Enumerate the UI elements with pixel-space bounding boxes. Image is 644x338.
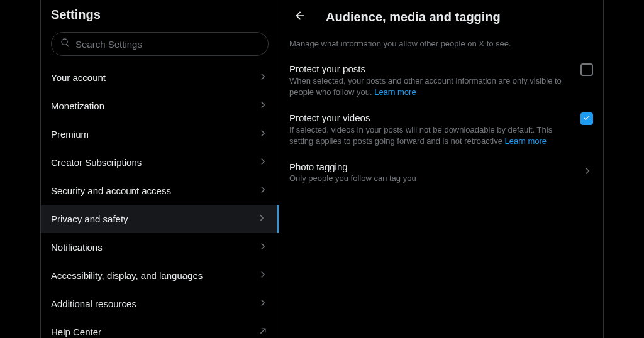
setting-description: When selected, your posts and other acco… xyxy=(289,75,573,97)
setting-protect-posts: Protect your posts When selected, your p… xyxy=(279,56,603,105)
sidebar-item-label: Creator Subscriptions xyxy=(51,157,142,168)
search-input[interactable] xyxy=(75,39,259,50)
sidebar-item-your-account[interactable]: Your account xyxy=(41,63,279,92)
settings-title: Settings xyxy=(51,8,269,22)
protect-videos-checkbox[interactable] xyxy=(580,112,593,125)
chevron-right-icon xyxy=(256,212,267,226)
chevron-right-icon xyxy=(257,156,269,169)
chevron-right-icon xyxy=(257,241,269,254)
external-link-icon xyxy=(257,325,269,338)
check-icon xyxy=(582,113,591,124)
detail-header: Audience, media and tagging xyxy=(279,0,603,34)
sidebar-header: Settings xyxy=(41,0,279,27)
setting-protect-videos: Protect your videos If selected, videos … xyxy=(279,105,603,154)
setting-photo-tagging[interactable]: Photo tagging Only people you follow can… xyxy=(279,154,603,190)
sidebar-item-label: Accessibility, display, and languages xyxy=(51,270,203,281)
sidebar-item-monetization[interactable]: Monetization xyxy=(41,92,279,120)
setting-description: Only people you follow can tag you xyxy=(289,173,416,183)
chevron-right-icon xyxy=(257,128,269,141)
sidebar-item-accessibility[interactable]: Accessibility, display, and languages xyxy=(41,261,279,290)
sidebar-item-label: Notifications xyxy=(51,242,103,253)
settings-sidebar: Settings Your account Monetization Premi… xyxy=(40,0,279,338)
left-gutter xyxy=(0,0,40,338)
sidebar-item-label: Premium xyxy=(51,129,89,139)
right-gutter xyxy=(604,0,644,338)
chevron-right-icon xyxy=(257,269,269,282)
sidebar-item-notifications[interactable]: Notifications xyxy=(41,233,279,261)
protect-posts-checkbox[interactable] xyxy=(580,63,593,76)
detail-title: Audience, media and tagging xyxy=(326,10,501,25)
sidebar-item-security-access[interactable]: Security and account access xyxy=(41,177,279,205)
chevron-right-icon xyxy=(257,99,269,112)
search-wrap xyxy=(41,27,279,63)
learn-more-link[interactable]: Learn more xyxy=(374,87,416,97)
sidebar-item-label: Monetization xyxy=(51,101,104,111)
search-icon xyxy=(60,38,75,50)
sidebar-item-label: Additional resources xyxy=(51,298,136,309)
sidebar-item-label: Your account xyxy=(51,72,106,83)
sidebar-item-premium[interactable]: Premium xyxy=(41,120,279,148)
setting-title: Protect your posts xyxy=(289,63,573,74)
sidebar-item-help-center[interactable]: Help Center xyxy=(41,318,279,338)
chevron-right-icon xyxy=(257,297,269,310)
sidebar-item-additional-resources[interactable]: Additional resources xyxy=(41,290,279,318)
setting-title: Protect your videos xyxy=(289,112,573,123)
sidebar-item-creator-subscriptions[interactable]: Creator Subscriptions xyxy=(41,148,279,177)
chevron-right-icon xyxy=(582,165,593,179)
arrow-left-icon xyxy=(294,9,306,25)
setting-title: Photo tagging xyxy=(289,161,416,172)
sidebar-item-label: Privacy and safety xyxy=(51,214,128,224)
sidebar-item-label: Help Center xyxy=(51,327,101,337)
detail-description: Manage what information you allow other … xyxy=(279,34,603,56)
learn-more-link[interactable]: Learn more xyxy=(505,136,547,146)
sidebar-item-label: Security and account access xyxy=(51,185,171,196)
detail-panel: Audience, media and tagging Manage what … xyxy=(279,0,604,338)
chevron-right-icon xyxy=(257,71,269,84)
sidebar-item-privacy-safety[interactable]: Privacy and safety xyxy=(41,205,279,233)
chevron-right-icon xyxy=(257,184,269,197)
back-button[interactable] xyxy=(289,6,311,28)
setting-description: If selected, videos in your posts will n… xyxy=(289,124,573,146)
search-container[interactable] xyxy=(51,32,269,56)
